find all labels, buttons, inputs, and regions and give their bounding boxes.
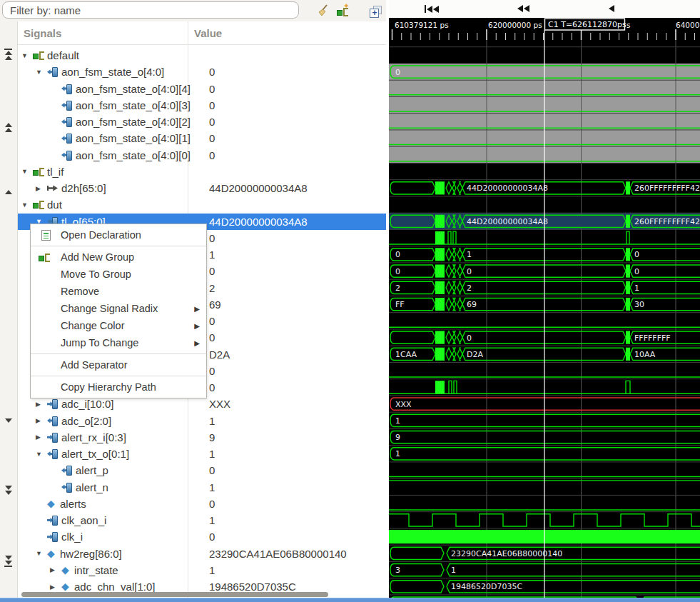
skip-bar-icon	[425, 5, 426, 13]
tree-row-alert_n[interactable]: alert_n1	[18, 479, 386, 496]
waveform-viewer-window: ✦ Signals Value ▼default▼aon_fsm_state_o…	[0, 0, 700, 602]
svg-text:30: 30	[634, 300, 644, 309]
add-group-icon[interactable]: ✦	[337, 4, 351, 16]
expander-closed-icon[interactable]: ▶	[50, 566, 61, 573]
waveform-canvas[interactable]: 044D20000000034A8260FFFFFFFFF42A944D2000…	[389, 18, 700, 602]
menu-item-jump-to-change[interactable]: Jump To Change▶	[31, 334, 206, 351]
signal-value: 0	[209, 130, 215, 146]
variable-icon	[61, 565, 73, 576]
svg-text:0: 0	[395, 267, 400, 276]
expander-closed-icon[interactable]: ▶	[36, 185, 47, 192]
broom-icon	[317, 4, 331, 18]
nav-step-up-button[interactable]	[3, 190, 14, 194]
signal-name: aon_fsm_state_o[4:0][0]	[76, 149, 191, 161]
svg-text:0: 0	[467, 267, 472, 276]
menu-item-change-signal-radix[interactable]: Change Signal Radix▶	[31, 300, 206, 317]
tree-row-aon_fsm_state_o[4:0][0][interactable]: aon_fsm_state_o[4:0][0]0	[18, 147, 386, 164]
signal-name: adc_chn_val[1:0]	[74, 581, 155, 593]
tree-row-adc_o[2:0][interactable]: ▶adc_o[2:0]1	[18, 413, 386, 429]
tree-row-tl_if[interactable]: ▼tl_if	[18, 164, 386, 180]
svg-text:0: 0	[395, 250, 400, 259]
svg-text:1: 1	[395, 416, 400, 426]
menu-item-add-separator[interactable]: Add Separator	[31, 356, 206, 373]
menu-item-label: Change Color	[61, 320, 124, 331]
page-down-icon	[5, 491, 12, 495]
expand-all-icon[interactable]	[370, 6, 382, 18]
output-port-icon	[61, 134, 73, 143]
signal-name: aon_fsm_state_o[4:0]	[61, 66, 164, 78]
expander-open-icon[interactable]: ▼	[21, 52, 33, 59]
menu-item-move-to-group[interactable]: Move To Group	[31, 266, 206, 283]
nav-page-up-button[interactable]	[3, 123, 14, 132]
clear-filter-broom-icon[interactable]	[317, 4, 331, 18]
menu-item-label: Move To Group	[61, 269, 131, 280]
signal-name: alert_p	[76, 464, 108, 476]
nav-step-down-button[interactable]	[3, 418, 14, 423]
input-port-icon	[47, 433, 59, 442]
menu-separator	[31, 246, 206, 246]
svg-text:260FFFFFFFFF42A9: 260FFFFFFFFF42A9	[634, 217, 700, 226]
nav-scroll-to-top-button[interactable]	[3, 49, 14, 60]
nav-page-down-button[interactable]	[3, 486, 14, 495]
page-up-icon	[5, 128, 12, 132]
tree-row-hw2reg[86:0][interactable]: ▼hw2reg[86:0]23290CA41AE06B80000140	[18, 546, 386, 562]
svg-text:s: s	[627, 21, 630, 29]
expander-open-icon[interactable]: ▼	[36, 550, 47, 557]
tree-row-clk_i[interactable]: clk_i0	[18, 528, 386, 545]
output-port-icon	[61, 483, 73, 492]
group-icon	[33, 167, 45, 176]
signal-name: hw2reg[86:0]	[60, 548, 122, 560]
step-backward-button[interactable]	[609, 5, 614, 12]
expander-open-icon[interactable]: ▼	[36, 451, 47, 458]
menu-item-add-new-group[interactable]: Add New Group	[31, 249, 206, 266]
expander-closed-icon[interactable]: ▶	[50, 583, 61, 591]
tree-row-alerts[interactable]: alerts0	[18, 496, 386, 512]
tree-horizontal-scrollbar[interactable]	[21, 592, 328, 597]
menu-item-change-color[interactable]: Change Color▶	[31, 317, 206, 334]
tree-row-alert_p[interactable]: alert_p0	[18, 462, 386, 478]
nav-scroll-to-bottom-button[interactable]	[3, 556, 14, 567]
declaration-icon	[41, 230, 51, 241]
menu-item-copy-hierarchy-path[interactable]: Copy Hierarchy Path	[31, 378, 206, 396]
fast-backward-button[interactable]	[517, 5, 529, 12]
signal-name: aon_fsm_state_o[4:0][2]	[76, 116, 191, 128]
expander-closed-icon[interactable]: ▶	[36, 401, 47, 408]
tree-row-alert_tx_o[0:1][interactable]: ▼alert_tx_o[0:1]1	[18, 446, 386, 462]
tree-row-aon_fsm_state_o[4:0][1][interactable]: aon_fsm_state_o[4:0][1]0	[18, 130, 386, 146]
expander-closed-icon[interactable]: ▶	[36, 417, 47, 424]
signal-value: 0	[209, 147, 215, 164]
menu-item-remove[interactable]: Remove	[31, 283, 206, 300]
svg-text:2: 2	[395, 284, 400, 293]
tree-row-default[interactable]: ▼default	[18, 47, 386, 64]
input-port-icon	[47, 532, 59, 541]
menu-separator	[31, 376, 206, 376]
expander-open-icon[interactable]: ▼	[21, 168, 33, 175]
wave-horizontal-scrollbar[interactable]	[0, 598, 700, 602]
signal-name: clk_i	[61, 531, 83, 543]
expander-open-icon[interactable]: ▼	[21, 201, 33, 209]
tree-row-dut[interactable]: ▼dut	[18, 196, 386, 213]
tree-row-intr_state[interactable]: ▶intr_state1	[18, 562, 386, 578]
tree-row-d2h[65:0][interactable]: ▶d2h[65:0]44D20000000034A8	[18, 180, 386, 196]
tree-row-clk_aon_i[interactable]: clk_aon_i1	[18, 512, 386, 528]
tree-row-aon_fsm_state_o[4:0][2][interactable]: aon_fsm_state_o[4:0][2]0	[18, 114, 386, 130]
tree-row-aon_fsm_state_o[4:0][4][interactable]: aon_fsm_state_o[4:0][4]0	[18, 81, 386, 97]
signal-name: default	[47, 49, 79, 61]
tree-row-alert_rx_i[0:3][interactable]: ▶alert_rx_i[0:3]9	[18, 429, 386, 446]
signal-value: 44D20000000034A8	[209, 214, 308, 230]
signal-name: adc_o[2:0]	[61, 415, 111, 427]
skip-to-start-button[interactable]	[425, 5, 439, 13]
signal-name: alerts	[60, 498, 86, 510]
signal-value: 0	[209, 81, 215, 97]
tree-row-aon_fsm_state_o[4:0][interactable]: ▼aon_fsm_state_o[4:0]0	[18, 64, 386, 80]
submenu-arrow-icon: ▶	[194, 339, 200, 347]
signals-column-header: Signals	[24, 27, 61, 39]
tree-row-aon_fsm_state_o[4:0][3][interactable]: aon_fsm_state_o[4:0][3]0	[18, 97, 386, 114]
signal-value: 0	[209, 329, 215, 346]
expander-open-icon[interactable]: ▼	[36, 69, 47, 76]
menu-item-open-declaration[interactable]: Open Declaration	[31, 226, 206, 244]
filter-input[interactable]	[2, 1, 299, 19]
menu-item-label: Change Signal Radix	[61, 303, 158, 314]
expander-closed-icon[interactable]: ▶	[36, 433, 47, 441]
step-down-icon	[5, 418, 12, 423]
